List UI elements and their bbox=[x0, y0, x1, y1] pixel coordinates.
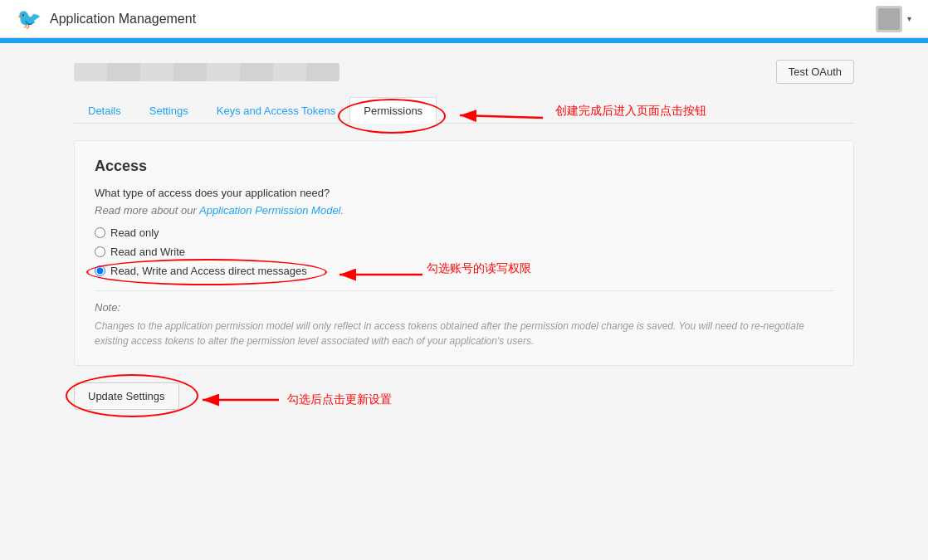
radio-read-only: Read only bbox=[95, 226, 833, 239]
note-label: Note: bbox=[95, 301, 833, 314]
header-left: 🐦 Application Management bbox=[17, 7, 196, 31]
avatar[interactable] bbox=[876, 6, 902, 32]
radio-read-only-input[interactable] bbox=[95, 227, 105, 238]
tab-keys[interactable]: Keys and Access Tokens bbox=[203, 97, 350, 124]
main-content: Test OAuth Details Settings Keys and Acc… bbox=[49, 43, 879, 429]
update-btn-wrap: Update Settings bbox=[74, 382, 179, 410]
radio-read-write: Read and Write bbox=[95, 246, 833, 258]
radio-read-write-label: Read and Write bbox=[110, 246, 185, 258]
update-settings-button[interactable]: Update Settings bbox=[74, 382, 179, 410]
update-arrow-svg bbox=[196, 387, 287, 412]
read-more-suffix: . bbox=[341, 204, 344, 217]
tabs-wrapper: Details Settings Keys and Access Tokens … bbox=[74, 97, 854, 124]
tab-permissions[interactable]: Permissions bbox=[349, 97, 437, 124]
test-oauth-button[interactable]: Test OAuth bbox=[776, 60, 854, 84]
radio-read-write-direct-input[interactable] bbox=[95, 265, 105, 276]
app-name-blurred bbox=[74, 63, 339, 81]
access-section: Access What type of access does your app… bbox=[74, 140, 854, 366]
access-title: Access bbox=[95, 158, 833, 175]
avatar-inner bbox=[878, 8, 900, 30]
tab-settings[interactable]: Settings bbox=[135, 97, 203, 124]
header: 🐦 Application Management ▾ bbox=[0, 0, 928, 38]
radio-read-write-input[interactable] bbox=[95, 246, 105, 257]
tab-bar: Details Settings Keys and Access Tokens … bbox=[74, 97, 854, 124]
radio-read-write-direct-label: Read, Write and Access direct messages bbox=[110, 265, 307, 277]
radio-read-write-direct: Read, Write and Access direct messages 勾… bbox=[95, 265, 833, 277]
rw-direct-arrow-svg bbox=[331, 266, 431, 283]
read-more-prefix: Read more about our bbox=[95, 204, 199, 217]
note-text: Changes to the application permission mo… bbox=[95, 319, 833, 348]
header-title: Application Management bbox=[50, 12, 196, 27]
radio-read-only-label: Read only bbox=[110, 226, 159, 239]
update-annotation-text: 勾选后点击更新设置 bbox=[287, 392, 392, 407]
permission-model-link[interactable]: Application Permission Model bbox=[199, 204, 341, 217]
rw-direct-annotation-text: 勾选账号的读写权限 bbox=[427, 261, 531, 276]
access-link-line: Read more about our Application Permissi… bbox=[95, 204, 833, 217]
tab-details[interactable]: Details bbox=[74, 97, 135, 124]
update-area: Update Settings 勾选后点击更新设置 bbox=[74, 382, 854, 412]
chevron-down-icon[interactable]: ▾ bbox=[907, 14, 911, 23]
header-right: ▾ bbox=[876, 6, 911, 32]
app-name-bar: Test OAuth bbox=[74, 60, 854, 84]
twitter-bird-icon: 🐦 bbox=[17, 7, 42, 31]
access-question: What type of access does your applicatio… bbox=[95, 187, 833, 199]
note-section: Note: Changes to the application permiss… bbox=[95, 290, 833, 348]
permissions-annotation-text: 创建完成后进入页面点击按钮 bbox=[555, 104, 706, 119]
update-annotation-wrapper: 勾选后点击更新设置 bbox=[196, 387, 392, 412]
